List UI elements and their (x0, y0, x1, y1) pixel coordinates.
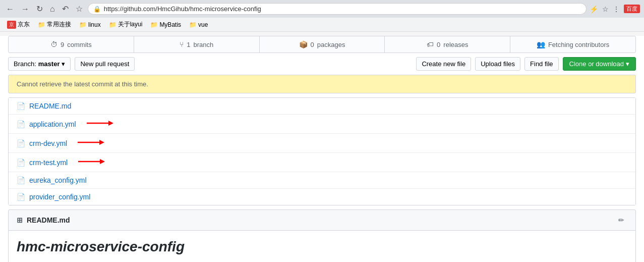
commits-stat[interactable]: ⏱ 9 commits (9, 36, 134, 53)
readme-partial-heading: hmc-microservice-config (17, 239, 627, 255)
readme-grid-icon: ⊞ (17, 216, 23, 224)
bookmark-mybatis[interactable]: 📁 MyBatis (147, 20, 184, 29)
branch-count: 1 (187, 41, 190, 48)
branch-icon: ⑂ (180, 40, 184, 48)
packages-count: 0 (311, 41, 314, 48)
lock-icon: 🔒 (93, 6, 101, 13)
menu-icon: ⋮ (613, 5, 620, 13)
back-button[interactable]: ← (4, 4, 16, 15)
new-pull-request-button[interactable]: New pull request (75, 57, 135, 71)
svg-marker-1 (108, 121, 113, 126)
create-new-file-button[interactable]: Create new file (416, 57, 471, 71)
browser-actions: ⚡ ☆ ⋮ 百度 (590, 5, 640, 13)
upload-files-label: Upload files (481, 60, 515, 68)
folder-icon-2: 📁 (79, 21, 87, 28)
table-row: 📄 application.yml (9, 115, 635, 134)
bookmark-linux[interactable]: 📁 linux (76, 20, 104, 29)
readme-title-text: README.md (27, 216, 70, 224)
packages-label: packages (317, 41, 345, 48)
table-row: 📄 crm-test.yml (9, 153, 635, 172)
create-new-label: Create new file (422, 60, 465, 68)
file-icon: 📄 (17, 193, 25, 201)
file-link[interactable]: application.yml (29, 120, 76, 128)
svg-marker-5 (100, 159, 105, 164)
bookmark-layui-label: 关于layui (118, 20, 143, 29)
star-icon: ☆ (602, 5, 609, 13)
page-content: ⏱ 9 commits ⑂ 1 branch 📦 0 packages 🏷 0 … (0, 36, 644, 262)
branch-stat[interactable]: ⑂ 1 branch (134, 36, 260, 53)
bookmark-vue-label: vue (198, 21, 208, 28)
stats-bar: ⏱ 9 commits ⑂ 1 branch 📦 0 packages 🏷 0 … (8, 36, 636, 53)
branch-selector[interactable]: Branch: master ▾ (8, 57, 71, 71)
file-icon: 📄 (17, 139, 25, 147)
folder-icon-3: 📁 (109, 21, 116, 28)
clone-or-download-button[interactable]: Clone or download ▾ (563, 57, 636, 71)
releases-count: 0 (437, 41, 440, 48)
branch-chevron-icon: ▾ (62, 60, 65, 68)
undo-button[interactable]: ↶ (60, 3, 71, 15)
folder-icon-5: 📁 (189, 21, 197, 28)
warning-bar: Cannot retrieve the latest commit at thi… (8, 75, 636, 93)
releases-stat[interactable]: 🏷 0 releases (385, 36, 510, 53)
bookmarks-bar: 京 京东 📁 常用连接 📁 linux 📁 关于layui 📁 MyBatis … (0, 18, 644, 32)
readme-header: ⊞ README.md ✏ (8, 209, 636, 231)
file-link[interactable]: crm-dev.yml (29, 139, 67, 147)
contributors-label: Fetching contributors (548, 41, 609, 48)
bookmark-changyong-label: 常用连接 (47, 20, 71, 29)
table-row: 📄 crm-dev.yml (9, 134, 635, 153)
table-row: 📄 README.md (9, 98, 635, 115)
red-arrow-indicator (84, 119, 114, 129)
table-row: 📄 provider_config.yml (9, 189, 635, 205)
baidu-icon: 百度 (624, 5, 640, 13)
file-icon: 📄 (17, 159, 25, 167)
packages-icon: 📦 (299, 40, 308, 48)
upload-files-button[interactable]: Upload files (475, 57, 520, 71)
lightning-icon: ⚡ (590, 5, 598, 13)
new-pr-label: New pull request (80, 60, 129, 68)
browser-toolbar: ← → ↻ ⌂ ↶ ☆ 🔒 https://github.com/HmcGihu… (0, 0, 644, 18)
warning-message: Cannot retrieve the latest commit at thi… (17, 80, 148, 88)
readme-body: hmc-microservice-config (8, 231, 636, 262)
repo-toolbar: Branch: master ▾ New pull request Create… (8, 57, 636, 71)
clone-label: Clone or download (569, 60, 624, 68)
bookmark-changyong[interactable]: 📁 常用连接 (35, 19, 74, 30)
edit-readme-button[interactable]: ✏ (615, 215, 627, 225)
contributors-icon: 👥 (537, 40, 545, 48)
folder-icon-1: 📁 (38, 21, 45, 28)
bookmark-layui[interactable]: 📁 关于layui (106, 19, 146, 30)
folder-icon-4: 📁 (150, 21, 158, 28)
file-link[interactable]: eureka_config.yml (29, 176, 87, 184)
file-icon: 📄 (17, 102, 25, 110)
packages-stat[interactable]: 📦 0 packages (260, 36, 385, 53)
clone-arrow-icon: ▾ (626, 60, 629, 68)
file-link[interactable]: crm-test.yml (29, 159, 68, 167)
url-text: https://github.com/HmcGihub/hmc-microser… (104, 5, 581, 13)
file-link[interactable]: README.md (29, 102, 71, 110)
bookmark-mybatis-label: MyBatis (159, 21, 181, 28)
find-file-label: Find file (530, 60, 553, 68)
file-icon: 📄 (17, 120, 25, 128)
find-file-button[interactable]: Find file (524, 57, 559, 71)
releases-icon: 🏷 (427, 40, 434, 48)
bookmark-jd[interactable]: 京 京东 (4, 19, 33, 30)
address-bar[interactable]: 🔒 https://github.com/HmcGihub/hmc-micros… (88, 3, 587, 15)
file-link[interactable]: provider_config.yml (29, 193, 90, 201)
refresh-button[interactable]: ↻ (34, 3, 45, 15)
contributors-stat[interactable]: 👥 Fetching contributors (510, 36, 635, 53)
commits-count: 9 (61, 41, 64, 48)
branch-prefix: Branch: (14, 60, 36, 68)
branch-name: master (38, 60, 60, 68)
commits-label: commits (67, 41, 91, 48)
branch-label: branch (193, 41, 213, 48)
forward-button[interactable]: → (19, 4, 31, 15)
table-row: 📄 eureka_config.yml (9, 172, 635, 189)
file-icon: 📄 (17, 176, 25, 184)
bookmark-vue[interactable]: 📁 vue (186, 20, 211, 29)
releases-label: releases (443, 41, 468, 48)
star-button[interactable]: ☆ (74, 3, 85, 15)
bookmark-linux-label: linux (88, 21, 101, 28)
commits-icon: ⏱ (50, 40, 57, 48)
browser-chrome: ← → ↻ ⌂ ↶ ☆ 🔒 https://github.com/HmcGihu… (0, 0, 644, 18)
home-button[interactable]: ⌂ (48, 4, 57, 15)
bookmark-jd-label: 京东 (18, 20, 30, 29)
